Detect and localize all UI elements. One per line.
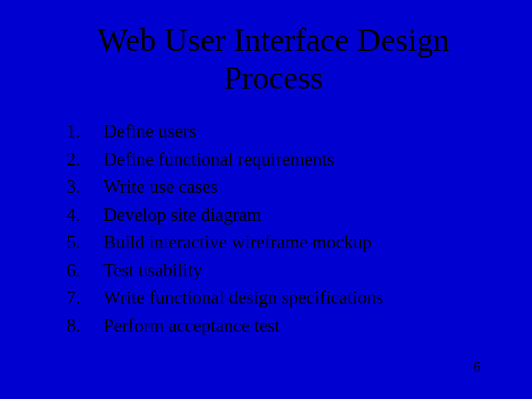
slide-title: Web User Interface Design Process: [66, 22, 480, 97]
list-text: Test usability: [103, 256, 488, 284]
list-number: 1.: [66, 117, 103, 146]
list-item: 3. Write use cases: [66, 173, 488, 201]
list-item: 5. Build interactive wireframe mockup: [66, 228, 488, 256]
list-number: 7.: [66, 284, 103, 312]
list-text: Build interactive wireframe mockup: [103, 228, 488, 256]
list-number: 2.: [66, 146, 103, 174]
list-number: 5.: [66, 228, 103, 256]
list-item: 2. Define functional requirements: [66, 146, 488, 174]
list-text: Write functional design specifications: [103, 284, 488, 312]
list-number: 4.: [66, 201, 103, 229]
list-item: 8. Perform acceptance test: [66, 312, 488, 340]
list-text: Define functional requirements: [103, 146, 488, 174]
list-number: 8.: [66, 312, 103, 340]
list-item: 6. Test usability: [66, 256, 488, 284]
list-text: Develop site diagram: [103, 201, 488, 229]
list-text: Write use cases: [103, 173, 488, 201]
list-text: Define users: [103, 117, 488, 146]
list-item: 4. Develop site diagram: [66, 201, 488, 229]
list-item: 1. Define users: [66, 117, 488, 146]
list-text: Perform acceptance test: [103, 312, 488, 340]
page-number: 6: [474, 360, 480, 375]
list-number: 6.: [66, 256, 103, 284]
ordered-list: 1. Define users 2. Define functional req…: [59, 117, 488, 339]
list-item: 7. Write functional design specification…: [66, 284, 488, 312]
slide: Web User Interface Design Process 1. Def…: [0, 0, 532, 399]
list-number: 3.: [66, 173, 103, 201]
